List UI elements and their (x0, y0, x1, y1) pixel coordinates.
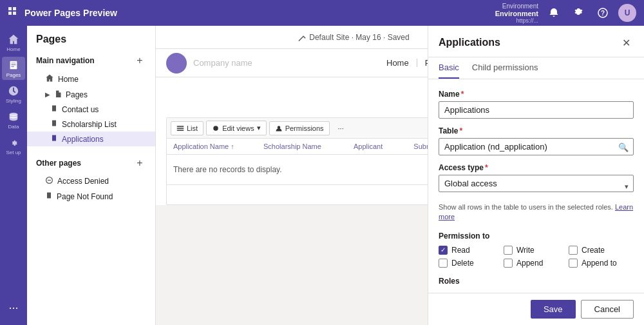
checkbox-read-box[interactable]: ✓ (439, 246, 448, 255)
nav-item-applications[interactable]: Applications ··· (27, 132, 155, 146)
access-type-hint: Show all rows in the table to users in t… (439, 202, 634, 222)
checkbox-append-box[interactable] (504, 259, 513, 268)
name-input[interactable] (439, 101, 634, 119)
sidebar-data-label: Data (8, 124, 19, 130)
sidebar-item-styling[interactable]: Styling (2, 83, 25, 106)
page-icon (54, 90, 62, 99)
nav-item-access-denied[interactable]: Access Denied (27, 173, 155, 189)
checkbox-delete[interactable]: Delete (439, 259, 504, 268)
nav-applications-label: Applications (62, 135, 104, 144)
tab-child-permissions[interactable]: Child permissions (472, 57, 538, 79)
other-pages-title: Other pages (36, 159, 81, 168)
table-field-label: Table * (439, 126, 634, 135)
sidebar-setup-label: Set up (6, 150, 21, 155)
save-status: Default Site · May 16 · Saved (309, 33, 409, 42)
checkbox-read[interactable]: ✓ Read (439, 246, 504, 255)
nav-access-denied-label: Access Denied (57, 177, 109, 186)
restricted-icon (45, 176, 53, 186)
col-applicant: Applicant (354, 143, 413, 150)
site-logo (166, 53, 187, 74)
col-name-text: Application Name (173, 143, 231, 150)
add-main-nav-button[interactable]: + (133, 54, 146, 67)
list-view-button[interactable]: List (171, 121, 204, 135)
col-scholarship-name: Scholarship Name (263, 143, 354, 150)
svg-rect-3 (13, 12, 16, 15)
checkbox-append-to-label: Append to (582, 259, 617, 268)
svg-rect-2 (13, 7, 16, 10)
other-pages-header: Other pages + (27, 153, 155, 173)
permissions-label: Permissions (285, 124, 324, 132)
checkbox-append[interactable]: Append (504, 259, 569, 268)
app-title: Power Pages Preview (24, 8, 495, 18)
permission-to-title: Permission to (439, 231, 634, 241)
access-required-marker: * (485, 163, 488, 172)
cancel-button[interactable]: Cancel (581, 300, 634, 319)
checkbox-create-box[interactable] (569, 246, 578, 255)
checkbox-create-label: Create (582, 246, 605, 255)
checkbox-write-box[interactable] (504, 246, 513, 255)
pages-panel-title: Pages (27, 26, 155, 50)
top-bar-right: Environment Environment https://... ? U (495, 3, 636, 24)
tab-basic[interactable]: Basic (439, 57, 459, 79)
nav-item-scholarship-list[interactable]: Scholarship List (27, 117, 155, 132)
right-panel: Applications ✕ Basic Child permissions N… (428, 26, 644, 325)
environment-info: Environment Environment https://... (495, 3, 538, 24)
roles-title: Roles (439, 277, 634, 286)
more-tools-button[interactable]: ··· (332, 121, 350, 135)
nav-item-pages-parent[interactable]: ▶ Pages (27, 87, 155, 102)
right-panel-header: Applications ✕ (428, 26, 644, 57)
svg-rect-1 (8, 12, 12, 15)
access-type-select[interactable]: Global access Contact access Account acc… (439, 175, 634, 192)
sidebar-item-data[interactable]: Data (2, 108, 25, 132)
right-panel-title: Applications (439, 37, 500, 48)
permissions-button[interactable]: Permissions (269, 121, 330, 135)
table-input[interactable] (439, 138, 634, 155)
sidebar-item-pages[interactable]: Pages (2, 57, 25, 80)
nav-item-page-not-found[interactable]: Page Not Found (27, 189, 155, 204)
settings-button[interactable] (569, 4, 587, 22)
help-button[interactable]: ? (594, 4, 612, 22)
nav-page-not-found-label: Page Not Found (57, 192, 113, 201)
edit-views-button[interactable]: Edit views ▾ (206, 121, 267, 135)
add-other-page-button[interactable]: + (133, 157, 146, 170)
name-required-marker: * (461, 90, 464, 99)
sidebar-item-setup[interactable]: Set up (2, 134, 25, 157)
panel-body: Name * Table * 🔍 Access type * Global ac… (428, 79, 644, 325)
env-url: https://... (516, 17, 538, 24)
panel-tabs: Basic Child permissions (428, 57, 644, 79)
svg-text:?: ? (601, 10, 605, 17)
nav-scholarship-label: Scholarship List (62, 120, 117, 129)
checkbox-delete-label: Delete (451, 259, 474, 268)
nav-pages-label: Pages (66, 90, 88, 99)
edit-views-label: Edit views (222, 124, 254, 132)
close-panel-button[interactable]: ✕ (618, 35, 634, 50)
save-button[interactable]: Save (531, 300, 576, 319)
nav-item-home[interactable]: Home (27, 71, 155, 87)
checkbox-create[interactable]: Create (569, 246, 634, 255)
checkboxes-grid: ✓ Read Write Create Delete Append App (439, 246, 634, 268)
sidebar-styling-label: Styling (6, 98, 21, 104)
site-nav-home: Home (379, 59, 417, 67)
nav-home-label: Home (58, 75, 79, 84)
sort-arrow-icon: ↑ (231, 143, 234, 150)
sidebar-item-home[interactable]: Home (2, 31, 25, 54)
page-icon-scholarship (50, 119, 58, 129)
page-icon-applications (50, 134, 58, 144)
user-avatar[interactable]: U (618, 4, 636, 22)
nav-contact-label: Contact us (62, 105, 99, 114)
nav-item-contact-us[interactable]: Contact us (27, 102, 155, 117)
checkbox-append-to[interactable]: Append to (569, 259, 634, 268)
checkbox-delete-box[interactable] (439, 259, 448, 268)
notifications-button[interactable] (545, 4, 563, 22)
env-name: Environment (495, 10, 538, 17)
access-type-label: Access type * (439, 163, 634, 172)
checkbox-append-to-box[interactable] (569, 259, 578, 268)
table-required-marker: * (459, 126, 462, 135)
site-logo-text: Company name (193, 58, 252, 68)
sidebar-more-button[interactable]: ··· (8, 301, 18, 315)
checkbox-write[interactable]: Write (504, 246, 569, 255)
main-nav-title: Main navigation (36, 56, 95, 65)
grid-icon (8, 6, 18, 19)
col-application-name: Application Name ↑ (173, 143, 263, 150)
main-navigation-header: Main navigation + (27, 50, 155, 71)
